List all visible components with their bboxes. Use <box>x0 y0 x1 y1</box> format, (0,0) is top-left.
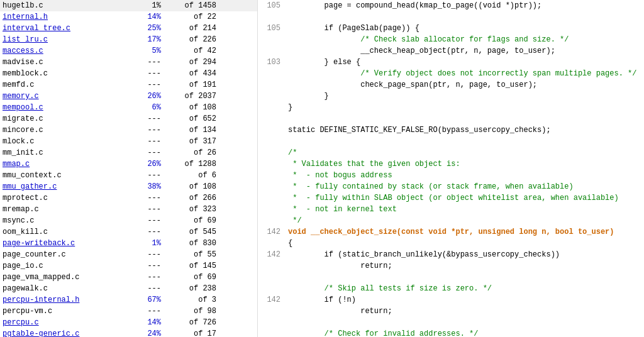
file-pct: --- <box>128 137 166 146</box>
line-code: check_page_span(ptr, n, page, to_user); <box>286 79 644 91</box>
file-link[interactable]: memory.c <box>3 92 39 101</box>
file-link[interactable]: page-writeback.c <box>3 239 75 248</box>
file-link[interactable]: maccess.c <box>3 47 43 55</box>
file-pct: 26% <box>128 92 166 101</box>
file-of: of 26 <box>166 148 216 157</box>
file-link[interactable]: list_lru.c <box>3 35 48 44</box>
line-number <box>260 272 286 283</box>
file-name-text: mm_init.c <box>3 148 43 157</box>
file-link[interactable]: percpu.c <box>3 318 39 327</box>
table-row <box>260 113 644 124</box>
file-link[interactable]: mmu_gather.c <box>3 182 57 191</box>
file-of: of 22 <box>166 13 216 21</box>
line-code <box>286 113 644 124</box>
file-link[interactable]: mmap.c <box>3 160 30 168</box>
file-of: of 434 <box>166 69 216 78</box>
file-pct: --- <box>128 194 166 202</box>
file-pct: 25% <box>128 24 166 33</box>
table-row: /* Verify object does not incorrectly sp… <box>260 68 644 79</box>
line-code <box>286 136 644 147</box>
table-row: { <box>260 238 644 249</box>
table-row <box>260 136 644 147</box>
file-of: of 2037 <box>166 92 216 101</box>
list-item: percpu.c14%of 726 <box>0 317 257 328</box>
file-name-text: msync.c <box>3 216 34 225</box>
line-number <box>260 260 286 272</box>
list-item: hugetlb.c1%of 1458 <box>0 0 257 11</box>
line-code: return; <box>286 306 644 317</box>
table-row: /* <box>260 147 644 158</box>
file-link[interactable]: percpu-internal.h <box>3 296 79 304</box>
list-item: madvise.c---of 294 <box>0 57 257 68</box>
file-name-text: mprotect.c <box>3 194 48 202</box>
line-code: void __check_object_size(const void *ptr… <box>286 226 644 238</box>
file-of: of 108 <box>166 182 216 191</box>
file-pct: --- <box>128 228 166 236</box>
code-panel: 105 page = compound_head(kmap_to_page((v… <box>258 0 644 337</box>
line-number <box>260 91 286 102</box>
line-number <box>260 170 286 181</box>
line-number <box>260 124 286 136</box>
line-number <box>260 79 286 91</box>
table-row: /* Skip all tests if size is zero. */ <box>260 283 644 294</box>
file-name-text: page_counter.c <box>3 250 66 259</box>
table-row: * - not bogus address <box>260 170 644 181</box>
list-item: internal.h14%of 22 <box>0 11 257 23</box>
line-number <box>260 215 286 226</box>
file-name-text: mmu_context.c <box>3 171 62 180</box>
line-code: if (!n) <box>286 294 644 306</box>
file-of: of 726 <box>166 318 216 327</box>
line-code: } <box>286 91 644 102</box>
list-item: page_vma_mapped.c---of 69 <box>0 272 257 283</box>
line-number <box>260 317 286 328</box>
line-number <box>260 181 286 192</box>
file-link[interactable]: pgtable-generic.c <box>3 329 79 337</box>
file-pct: --- <box>128 126 166 135</box>
list-item: percpu-internal.h67%of 3 <box>0 294 257 306</box>
line-code: if (static_branch_unlikely(&bypass_userc… <box>286 249 644 260</box>
line-number <box>260 238 286 249</box>
table-row: return; <box>260 306 644 317</box>
table-row: static DEFINE_STATIC_KEY_FALSE_RO(bypass… <box>260 124 644 136</box>
file-link[interactable]: internal.h <box>3 13 48 21</box>
line-code: /* Verify object does not incorrectly sp… <box>286 68 644 79</box>
table-row: 142 if (!n) <box>260 294 644 306</box>
file-link[interactable]: interval_tree.c <box>3 24 70 33</box>
file-pct: --- <box>128 250 166 259</box>
line-code: * Validates that the given object is: <box>286 158 644 170</box>
file-of: of 108 <box>166 103 216 112</box>
file-of: of 191 <box>166 80 216 89</box>
list-item: memfd.c---of 191 <box>0 79 257 91</box>
line-code: } <box>286 102 644 113</box>
file-name-text: memfd.c <box>3 80 34 89</box>
line-number <box>260 204 286 215</box>
line-code: /* Check slab allocator for flags and si… <box>286 34 644 45</box>
file-of: of 226 <box>166 35 216 44</box>
file-pct: --- <box>128 262 166 270</box>
line-number <box>260 45 286 57</box>
code-table: 105 page = compound_head(kmap_to_page((v… <box>260 0 644 337</box>
list-item: list_lru.c17%of 226 <box>0 34 257 45</box>
file-of: of 3 <box>166 296 216 304</box>
line-number <box>260 192 286 204</box>
file-link[interactable]: mempool.c <box>3 103 43 112</box>
list-item: interval_tree.c25%of 214 <box>0 23 257 34</box>
file-pct: 5% <box>128 47 166 55</box>
list-item: mlock.c---of 317 <box>0 136 257 147</box>
list-item: mempool.c6%of 108 <box>0 102 257 113</box>
file-pct: 14% <box>128 318 166 327</box>
file-of: of 1288 <box>166 160 216 168</box>
line-code: if (PageSlab(page)) { <box>286 23 644 34</box>
list-item: page_io.c---of 145 <box>0 260 257 272</box>
line-number <box>260 34 286 45</box>
line-number: 103 <box>260 57 286 68</box>
line-code <box>286 317 644 328</box>
file-pct: 14% <box>128 13 166 21</box>
file-name-text: percpu-vm.c <box>3 307 52 316</box>
table-row: } <box>260 91 644 102</box>
line-number <box>260 102 286 113</box>
file-of: of 55 <box>166 250 216 259</box>
line-number <box>260 147 286 158</box>
table-row <box>260 11 644 23</box>
list-item: pagewalk.c---of 238 <box>0 283 257 294</box>
